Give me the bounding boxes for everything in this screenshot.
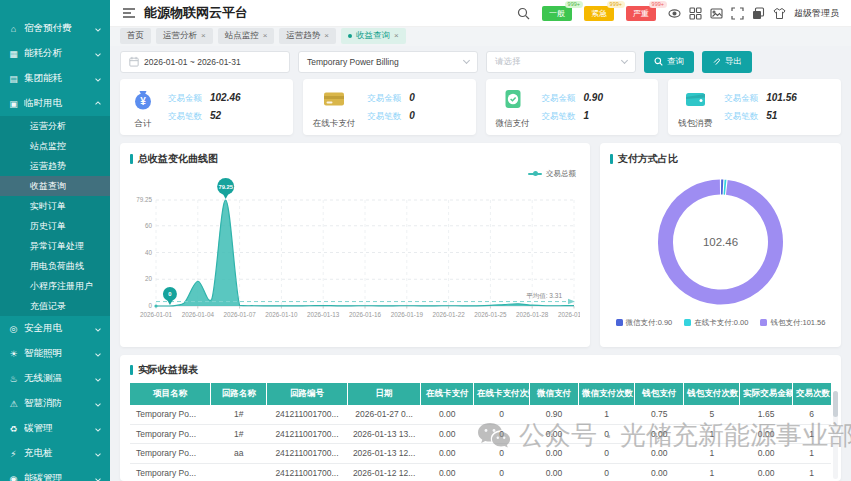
loop-select[interactable]: 请选择 [486, 51, 636, 73]
close-icon[interactable]: × [324, 32, 329, 40]
sidebar-item-label: 智能照明 [24, 347, 91, 360]
svg-text:2026-01-16: 2026-01-16 [349, 311, 382, 318]
sidebar-item-2[interactable]: ▤集团能耗 [0, 66, 110, 91]
svg-text:2026-01-19: 2026-01-19 [391, 311, 424, 318]
sidebar-subitem-8[interactable]: 小程序注册用户 [0, 276, 110, 296]
card-value: 0.90 [584, 92, 603, 103]
tab-2[interactable]: 站点监控× [218, 28, 275, 44]
column-header: 在线卡支付 [421, 383, 474, 405]
temporary-power-icon: ▣ [8, 99, 19, 109]
fullscreen-icon[interactable] [731, 7, 744, 20]
close-icon[interactable]: × [201, 32, 206, 40]
sidebar-subitem-7[interactable]: 用电负荷曲线 [0, 256, 110, 276]
alert-badge-2[interactable]: 严重999+ [626, 6, 656, 21]
home-icon: ⌂ [8, 24, 19, 34]
close-icon[interactable]: × [263, 32, 268, 40]
sidebar-item-7[interactable]: ⚠智慧消防 [0, 391, 110, 416]
card-value-row: 交易笔数51 [724, 110, 797, 123]
energy-carbon-icon: ◉ [8, 474, 19, 481]
alert-count-badge: 999+ [649, 1, 667, 8]
sidebar-item-label: 智慧消防 [24, 397, 91, 410]
card-values: 交易金额0交易笔数0 [367, 86, 415, 130]
billing-type-select[interactable]: Temporary Power Billing [298, 51, 478, 73]
svg-text:20: 20 [145, 275, 153, 282]
donut-legend-item-2[interactable]: 钱包支付:101.56 [760, 318, 825, 328]
donut-legend: 微信支付:0.90在线卡支付:0.00钱包支付:101.56 [610, 318, 831, 328]
temperature-icon: ♨ [8, 374, 19, 384]
sidebar-item-9[interactable]: ⚡充电桩 [0, 441, 110, 466]
monitor-icon[interactable] [668, 7, 681, 20]
svg-text:2026-01-25: 2026-01-25 [474, 311, 507, 318]
sidebar-item-5[interactable]: ☀智能照明 [0, 341, 110, 366]
moneybag-icon: ¥ [130, 86, 156, 116]
sidebar-item-label: 能耗分析 [24, 47, 91, 60]
card-value-row: 交易笔数0 [367, 110, 415, 123]
svg-text:平均值: 3.31: 平均值: 3.31 [526, 291, 562, 298]
chevron-down-icon [95, 451, 101, 457]
sidebar-subitem-5[interactable]: 历史订单 [0, 216, 110, 236]
sidebar-subitem-4[interactable]: 实时订单 [0, 196, 110, 216]
svg-text:2026-01-04: 2026-01-04 [182, 311, 215, 318]
chevron-down-icon [463, 57, 470, 64]
table-cell: 241211001700... [267, 424, 348, 444]
chevron-down-icon [95, 476, 101, 481]
card-value-row: 交易金额0.90 [542, 92, 603, 105]
layers-icon[interactable] [752, 7, 765, 20]
theme-tshirt-icon[interactable] [773, 7, 786, 20]
legend-item[interactable]: 交易总额 [528, 169, 576, 179]
tab-label: 站点监控 [225, 30, 259, 42]
sidebar-item-8[interactable]: ♻碳管理 [0, 416, 110, 441]
charging-icon: ⚡ [8, 449, 19, 459]
svg-text:79.25: 79.25 [218, 183, 233, 189]
sidebar-item-0[interactable]: ⌂宿舍预付费 [0, 16, 110, 41]
tab-1[interactable]: 运营分析× [156, 28, 213, 44]
sidebar-item-4[interactable]: ◎安全用电 [0, 316, 110, 341]
table-cell: 1 [579, 405, 635, 425]
scrollbar-thumb[interactable] [833, 391, 838, 417]
search-icon[interactable] [517, 7, 530, 20]
column-header: 项目名称 [130, 383, 211, 405]
chevron-down-icon [95, 326, 101, 332]
alert-badge-0[interactable]: 一般999+ [542, 6, 572, 21]
tab-3[interactable]: 运营趋势× [279, 28, 336, 44]
sidebar-subitem-6[interactable]: 异常订单处理 [0, 236, 110, 256]
chevron-down-icon [95, 426, 101, 432]
sidebar-subitem-1[interactable]: 站点监控 [0, 136, 110, 156]
fire-icon: ⚠ [8, 399, 19, 409]
date-range-input[interactable]: 2026-01-01 ~ 2026-01-31 [120, 51, 290, 73]
close-icon[interactable]: × [394, 32, 399, 40]
donut-legend-item-0[interactable]: 微信支付:0.90 [616, 318, 673, 328]
sidebar-item-10[interactable]: ◉能碳管理 [0, 466, 110, 481]
grid-icon[interactable] [689, 7, 702, 20]
menu-collapse-icon[interactable] [122, 7, 136, 19]
donut-legend-item-1[interactable]: 在线卡支付:0.00 [684, 318, 748, 328]
table-cell: 0.00 [421, 463, 474, 481]
svg-text:2026-01-07: 2026-01-07 [223, 311, 256, 318]
card-left: 钱包消费 [678, 86, 712, 130]
svg-text:40: 40 [145, 248, 153, 255]
alert-badge-1[interactable]: 紧急999+ [584, 6, 614, 21]
column-header: 在线卡支付次数 [473, 383, 529, 405]
sidebar-subitem-2[interactable]: 运营趋势 [0, 156, 110, 176]
sidebar-subitem-3[interactable]: 收益查询 [0, 176, 110, 196]
user-name[interactable]: 超级管理员 [794, 7, 839, 20]
card-value-label: 交易金额 [168, 93, 202, 105]
sidebar-item-3[interactable]: ▣临时用电 [0, 91, 110, 116]
group-energy-icon: ▤ [8, 74, 19, 84]
query-button[interactable]: 查询 [644, 51, 694, 73]
main-area: 能源物联网云平台 一般999+紧急999+严重999+ [110, 0, 851, 481]
screenshot-icon[interactable] [710, 7, 723, 20]
summary-card-0: ¥合计交易金额102.46交易笔数52 [120, 79, 293, 135]
export-icon [712, 57, 721, 66]
export-button[interactable]: 导出 [702, 51, 752, 73]
sidebar-item-1[interactable]: ▦能耗分析 [0, 41, 110, 66]
tab-4[interactable]: 收益查询× [341, 28, 406, 44]
tab-0[interactable]: 首页 [120, 28, 151, 44]
sidebar-item-6[interactable]: ♨无线测温 [0, 366, 110, 391]
sidebar-subitem-9[interactable]: 充值记录 [0, 296, 110, 316]
table-cell: 5 [684, 405, 740, 425]
payment-donut-chart: 102.46 [610, 166, 831, 316]
sidebar-subitem-0[interactable]: 运营分析 [0, 116, 110, 136]
wallet-icon [682, 86, 708, 116]
column-header: 实际交易金额 [740, 383, 793, 405]
